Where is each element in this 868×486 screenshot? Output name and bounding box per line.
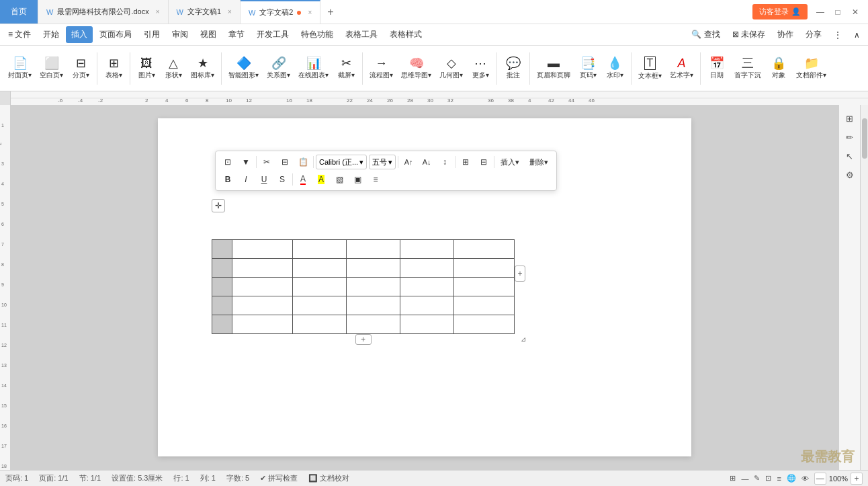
mindmap-button[interactable]: 🧠 思维导图▾	[398, 51, 434, 86]
watermark-button[interactable]: 💧 水印▾	[603, 51, 627, 86]
page-num-button[interactable]: 📑 页码▾	[576, 51, 600, 86]
ctx-copy-button[interactable]: ⊟	[277, 154, 293, 170]
more-button[interactable]: ⋯ 更多▾	[468, 51, 492, 86]
tab-doc3[interactable]: W 文字文稿2 ×	[241, 0, 320, 24]
ctx-copy-format-button[interactable]: ⊡	[220, 154, 236, 170]
table-cell[interactable]	[454, 278, 515, 296]
icon-lib-button[interactable]: ★ 图标库▾	[188, 51, 217, 86]
close-button[interactable]: ✕	[848, 5, 863, 19]
ctx-line-spacing-button[interactable]: ↕	[437, 154, 453, 170]
table-cell[interactable]	[400, 278, 454, 296]
ctx-highlight-button[interactable]: A	[313, 171, 329, 188]
view-icon-globe[interactable]: 🌐	[787, 474, 796, 483]
ctx-underline-button[interactable]: U	[256, 171, 272, 188]
ctx-delete-button[interactable]: 删除▾	[525, 154, 552, 170]
table-cell[interactable]	[454, 315, 515, 334]
view-icon-preview[interactable]: 👁	[801, 475, 809, 483]
table-add-row-button[interactable]: +	[355, 334, 372, 345]
menu-unsaved[interactable]: ⊠ 未保存	[727, 26, 771, 43]
table-cell[interactable]	[347, 259, 400, 278]
table-cell[interactable]	[293, 240, 347, 259]
table-cell[interactable]	[293, 315, 347, 334]
header-footer-button[interactable]: ▬ 页眉和页脚	[534, 51, 573, 86]
shape-button[interactable]: △ 形状▾	[161, 51, 185, 86]
object-button[interactable]: 🔒 对象	[767, 51, 791, 86]
tab-doc3-close[interactable]: ×	[308, 9, 312, 16]
table-cell[interactable]	[232, 315, 293, 334]
menu-review[interactable]: 审阅	[167, 26, 193, 43]
menu-find[interactable]: 🔍 查找	[686, 26, 725, 43]
table-cell[interactable]	[347, 315, 400, 334]
zoom-minus-button[interactable]: —	[814, 473, 826, 485]
doc-part-button[interactable]: 📁 文档部件▾	[793, 51, 829, 86]
cover-page-button[interactable]: 📄 封面页▾	[5, 51, 34, 86]
tab-doc2[interactable]: W 文字文稿1 ×	[169, 0, 241, 24]
ctx-font-family-select[interactable]: Calibri (正... ▾	[316, 155, 367, 169]
table-cell[interactable]	[212, 296, 232, 315]
ctx-font-shrink-button[interactable]: A↓	[419, 154, 435, 170]
view-icon-edit[interactable]: ✎	[754, 474, 760, 483]
menu-collab[interactable]: 协作	[772, 26, 799, 43]
smart-shape-button[interactable]: 🔷 智能图形▾	[226, 51, 261, 86]
right-panel-expand[interactable]: ⊞	[842, 110, 858, 126]
tab-doc1[interactable]: W 最需网络科技有限公司.docx ×	[38, 0, 169, 24]
table-cell[interactable]	[400, 240, 454, 259]
menu-special[interactable]: 特色功能	[296, 26, 339, 43]
table-move-handle[interactable]: ✛	[212, 199, 225, 212]
zoom-plus-button[interactable]: +	[851, 473, 863, 485]
ctx-font-size-select[interactable]: 五号 ▾	[369, 155, 396, 169]
maximize-button[interactable]: □	[830, 5, 845, 19]
geo-button[interactable]: ◇ 几何图▾	[437, 51, 466, 86]
table-cell[interactable]	[293, 278, 347, 296]
table-resize-handle[interactable]: ⊿	[519, 334, 528, 343]
menu-start[interactable]: 开始	[38, 26, 64, 43]
ctx-italic-button[interactable]: I	[238, 171, 254, 188]
screenshot-button[interactable]: ✂ 截屏▾	[334, 51, 358, 86]
ctx-strikethrough-button[interactable]: S	[274, 171, 290, 188]
image-button[interactable]: 🖼 图片▾	[134, 51, 159, 86]
ctx-border2-button[interactable]: ▣	[349, 171, 365, 188]
menu-more[interactable]: ⋮	[828, 28, 847, 42]
table-cell[interactable]	[454, 259, 515, 278]
view-icon-web[interactable]: ≡	[777, 475, 781, 483]
table-cell[interactable]	[212, 315, 232, 334]
table-cell[interactable]	[232, 240, 293, 259]
vertical-scrollbar[interactable]	[860, 105, 868, 470]
ctx-align-button[interactable]: ≡	[367, 171, 384, 188]
arttext-button[interactable]: A 艺术字▾	[667, 51, 696, 86]
tab-doc2-close[interactable]: ×	[228, 8, 232, 15]
menu-table-style[interactable]: 表格样式	[384, 26, 427, 43]
table-cell[interactable]	[232, 259, 293, 278]
table-cell[interactable]	[293, 296, 347, 315]
ctx-paste-dropdown[interactable]: ▼	[238, 154, 254, 170]
table-cell[interactable]	[454, 296, 515, 315]
minimize-button[interactable]: —	[813, 5, 828, 19]
textbox-button[interactable]: T 文本框▾	[636, 51, 664, 86]
view-icon-rule[interactable]: —	[741, 475, 748, 483]
blank-page-button[interactable]: ⬜ 空白页▾	[37, 51, 66, 86]
menu-collapse[interactable]: ∧	[849, 28, 865, 42]
table-cell[interactable]	[347, 240, 400, 259]
ctx-bold-button[interactable]: B	[220, 171, 236, 188]
scrollbar-thumb[interactable]	[862, 118, 867, 159]
menu-file[interactable]: ≡ 文件	[3, 26, 36, 43]
view-icon-read[interactable]: ⊡	[765, 474, 771, 483]
table-cell[interactable]	[232, 296, 293, 315]
ctx-fill-button[interactable]: ▧	[331, 171, 347, 188]
view-icon-fit[interactable]: ⊞	[730, 474, 736, 483]
right-panel-settings[interactable]: ⚙	[842, 167, 858, 183]
doc-compare-status[interactable]: 🔲 文档校对	[308, 473, 349, 483]
table-cell[interactable]	[347, 278, 400, 296]
login-button[interactable]: 访客登录 👤	[752, 4, 808, 19]
ctx-table-grid-button[interactable]: ⊞	[458, 154, 474, 170]
table-cell[interactable]	[212, 278, 232, 296]
dropcap-button[interactable]: 三 首字下沉	[732, 51, 764, 86]
ctx-insert-button[interactable]: 插入▾	[496, 154, 523, 170]
table-cell[interactable]	[293, 259, 347, 278]
table-cell[interactable]	[400, 315, 454, 334]
table-cell[interactable]	[212, 240, 232, 259]
table-cell[interactable]	[400, 296, 454, 315]
table-cell[interactable]	[454, 240, 515, 259]
menu-table-tools[interactable]: 表格工具	[340, 26, 383, 43]
document-table[interactable]	[212, 239, 515, 334]
